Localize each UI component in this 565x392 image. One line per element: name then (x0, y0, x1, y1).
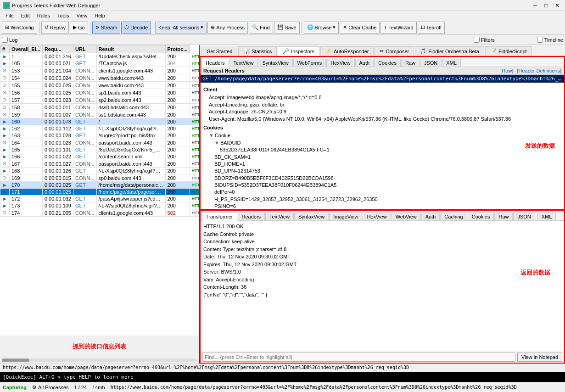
horizontal-scrollbar[interactable] (0, 357, 199, 364)
filters-checkbox[interactable]: Filters (474, 37, 495, 43)
decode-btn[interactable]: ⬡ Decode (121, 22, 151, 34)
req-tab-xml[interactable]: XML (442, 59, 461, 67)
log-checkbox[interactable]: Log (2, 37, 17, 43)
table-row[interactable]: ► 1 0:00:01.316 GET /UpdateCheck.aspx?is… (0, 53, 199, 60)
browse-btn[interactable]: 🌐 Browse ▾ (304, 22, 339, 34)
menu-tools[interactable]: Tools (54, 12, 73, 19)
find-input[interactable] (202, 353, 515, 362)
resp-tab-caching[interactable]: Caching (440, 213, 467, 220)
maximize-btn[interactable]: □ (541, 1, 551, 10)
req-tab-cookies[interactable]: Cookies (374, 59, 401, 67)
winconfig-btn[interactable]: ⊞ WinConfig (2, 22, 37, 34)
resp-tab-hexview[interactable]: HexView (363, 213, 391, 220)
table-row[interactable]: ⊝ 164 0:00:00.023 CONN... passport.baidu… (0, 139, 199, 146)
cell-result: 200 (165, 182, 190, 189)
replay-btn[interactable]: ↺ Replay (41, 22, 69, 34)
header-definitions-link[interactable]: [Header Definitions] (517, 68, 561, 73)
table-row[interactable]: ► 170 0:00:00.025 GET /home/msg/data/per… (0, 182, 199, 189)
table-row[interactable]: ⊝ 156 0:00:00.025 CONN... sp1.baidu.com:… (0, 89, 199, 96)
cell-time: 0:00:21.005 (42, 209, 73, 217)
tearoff-btn[interactable]: ⊡ Tearoff (418, 22, 445, 34)
table-row[interactable]: ⊝ 153 0:00:21.004 CONN... clients1.googl… (0, 67, 199, 74)
table-row[interactable]: ► 173 0:00:00.109 GET /-L-Wsjp0QIZ8tyhnq… (0, 202, 199, 209)
tab-autoresponder[interactable]: ⚡ AutoResponder (320, 46, 374, 56)
table-row[interactable]: ⊝ 154 0:00:00.024 CONN... www.baidu.com:… (0, 74, 199, 82)
table-row[interactable]: ⊝ 157 0:00:00.023 CONN... sp2.baidu.com:… (0, 96, 199, 104)
cell-icon: ⊝ (0, 104, 10, 111)
req-tab-json[interactable]: JSON (420, 59, 442, 67)
stream-btn[interactable]: ⊳ Stream (92, 22, 120, 34)
scrollbar-thumb[interactable] (2, 358, 29, 362)
raw-link[interactable]: [Raw] (500, 68, 513, 73)
resp-tab-transformer[interactable]: Transformer (201, 213, 237, 221)
table-row[interactable]: ► 166 0:00:00.022 GET /content-search.xm… (0, 153, 199, 160)
table-row[interactable]: ► 172 0:00:00.032 GET /passApi/js/wrappe… (0, 196, 199, 202)
resp-tab-imageview[interactable]: ImageView (329, 213, 362, 220)
table-row[interactable]: ► 162 0:00:00.112 GET /-L-Xsjp0QIZ8tyhnq… (0, 125, 199, 132)
menu-rules[interactable]: Rules (34, 12, 54, 19)
req-tab-raw[interactable]: Raw (401, 59, 420, 67)
menu-view[interactable]: View (73, 12, 91, 19)
table-row[interactable]: ► 165 0:00:00.101 GET /8qUJcD3n0sgCo2Kml… (0, 146, 199, 153)
req-tab-syntaxview[interactable]: SyntaxView (258, 59, 292, 67)
table-row[interactable]: ⊝ 174 0:00:21.005 CONN... clients1.googl… (0, 209, 199, 217)
table-row[interactable]: ► 171 0:00:00.025 GET /home/page/data/pa… (0, 189, 199, 196)
tab-inspectors[interactable]: 🔎 Inspectors (278, 46, 319, 56)
menu-edit[interactable]: Edit (17, 12, 34, 19)
cell-protocol: HTTPS (190, 118, 199, 125)
tab-fiddler-script[interactable]: 📝 FiddlerScript (485, 46, 532, 56)
go-btn[interactable]: ▶ Go (70, 22, 88, 34)
cell-num: 164 (9, 139, 42, 146)
table-row[interactable]: ⊝ 158 0:00:00.011 CONN... dss0.bdstatic.… (0, 104, 199, 111)
cell-time: 0:00:00.025 (42, 89, 73, 96)
resp-tab-webview[interactable]: WebView (392, 213, 421, 220)
resp-tab-textview[interactable]: TextView (265, 213, 294, 220)
tab-get-started[interactable]: Get Started (201, 47, 237, 56)
table-row[interactable]: ► 163 0:00:00.028 GET /sugrec?prod=pc_hi… (0, 132, 199, 139)
req-tab-hexview[interactable]: HexView (326, 59, 354, 67)
menu-help[interactable]: Help (91, 12, 109, 19)
resp-tab-raw[interactable]: Raw (494, 213, 513, 220)
table-row[interactable]: ► 160 0:00:00.078 GET / 200 HTTPS (0, 118, 199, 125)
view-in-notepad-btn[interactable]: View in Notepad (517, 353, 562, 362)
cell-icon: ⊝ (0, 139, 10, 146)
req-tab-textview[interactable]: TextView (229, 59, 258, 67)
tab-statistics[interactable]: 📊 Statistics (238, 46, 277, 56)
timeline-check[interactable] (537, 37, 543, 43)
resp-tab-cookies[interactable]: Cookies (468, 213, 494, 220)
any-process-btn[interactable]: ⊕ Any Process (207, 22, 248, 34)
tab-fiddler-orchestra[interactable]: 🎵 Fiddler Orchestra Beta (415, 46, 484, 56)
table-row[interactable]: ⊝ 169 0:00:00.015 CONN... sp0.baidu.com:… (0, 174, 199, 182)
table-row[interactable]: ⊝ 167 0:00:00.027 CONN... passport.baidu… (0, 160, 199, 168)
session-table[interactable]: # Overall_El... Requ... URL Result Proto… (0, 45, 199, 336)
keep-btn[interactable]: Keep: All sessions ▾ (155, 22, 207, 34)
filters-check[interactable] (474, 37, 480, 43)
table-row[interactable]: ⊝ 159 0:00:00.007 CONN... ss1.bdstatic.c… (0, 111, 199, 118)
tab-composer[interactable]: ✏ Composer (375, 46, 414, 56)
text-wizard-btn[interactable]: T TextWizard (380, 22, 416, 34)
minimize-btn[interactable]: ─ (530, 1, 540, 10)
close-btn[interactable]: ✕ (552, 1, 562, 10)
clear-cache-btn[interactable]: ✕ Clear Cache (340, 22, 380, 34)
req-tab-webforms[interactable]: WebForms (293, 59, 326, 67)
sep1 (39, 22, 39, 33)
menu-file[interactable]: File (2, 12, 17, 19)
resp-tab-json[interactable]: JSON (513, 213, 535, 220)
req-tab-headers[interactable]: Headers (201, 59, 229, 67)
find-btn[interactable]: 🔍 Find (249, 22, 273, 34)
baiduid-arrow[interactable]: ▼ (214, 140, 219, 146)
cookie-arrow[interactable]: ▼ (209, 132, 214, 139)
resp-tab-auth[interactable]: Auth (421, 213, 440, 220)
resp-tab-headers[interactable]: Headers (238, 213, 265, 220)
table-row[interactable]: ► 168 0:00:00.126 GET /-L-Xsjp0QIZ8tyhnq… (0, 168, 199, 174)
resp-tab-xml[interactable]: XML (537, 213, 556, 220)
table-row[interactable]: ⊝ 155 0:00:00.025 CONN... www.baidu.com:… (0, 82, 199, 89)
cell-protocol: HTTPS (190, 125, 199, 132)
resp-tab-syntaxview[interactable]: SyntaxView (294, 213, 329, 220)
log-check[interactable] (2, 37, 8, 43)
table-row[interactable]: ► 105 0:00:00.021 GET /TCaptcha.js 304 H… (0, 60, 199, 67)
req-tab-auth[interactable]: Auth (355, 59, 374, 67)
timeline-checkbox[interactable]: Timeline (537, 37, 563, 43)
save-btn[interactable]: 💾 Save (274, 22, 300, 34)
cell-icon: ⊝ (0, 82, 10, 89)
